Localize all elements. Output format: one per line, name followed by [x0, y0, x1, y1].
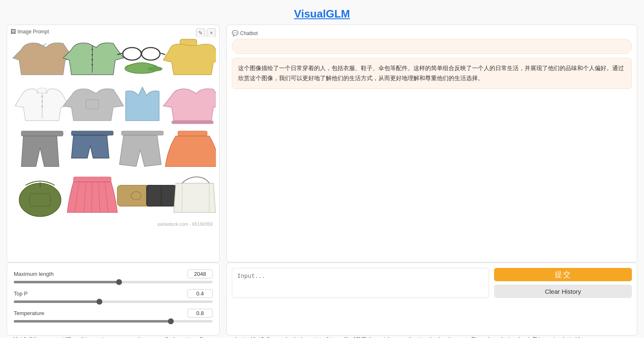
right-panel: 💬 Chatbot 这个图像描绘了一个日常穿着的人，包括衣服、鞋子、伞包等配件。…: [226, 25, 637, 262]
svg-point-2: [91, 54, 93, 55]
svg-line-9: [160, 53, 165, 55]
svg-rect-21: [71, 131, 113, 135]
settings-content: Maximum length 2048 Top P 0.4: [7, 262, 220, 335]
chatbot-box: 💬 Chatbot 这个图像描绘了一个日常穿着的人，包括衣服、鞋子、伞包等配件。…: [226, 25, 637, 262]
svg-point-5: [123, 48, 141, 60]
svg-point-17: [41, 106, 43, 107]
chatbot-icon: 💬: [232, 30, 238, 36]
clear-history-button[interactable]: Clear History: [494, 285, 632, 298]
svg-rect-29: [74, 177, 111, 182]
chatbot-label: 💬 Chatbot: [232, 30, 632, 36]
temperature-group: Temperature 0.8: [14, 309, 213, 323]
submit-button[interactable]: 提交: [494, 268, 632, 281]
settings-panel: Maximum length 2048 Top P 0.4: [7, 262, 220, 335]
temperature-label: Temperature 0.8: [14, 309, 213, 318]
svg-point-26: [19, 183, 61, 217]
chat-input-section: 提交 Clear History: [226, 262, 637, 335]
max-length-fill: [14, 281, 119, 283]
svg-rect-14: [38, 88, 46, 93]
svg-point-6: [142, 48, 160, 60]
max-length-value: 2048: [188, 270, 213, 278]
top-p-track[interactable]: [14, 300, 213, 303]
svg-rect-19: [172, 121, 213, 124]
svg-point-11: [147, 66, 162, 71]
top-p-label: Top P 0.4: [14, 289, 213, 298]
chat-input[interactable]: [232, 268, 489, 298]
bottom-section: Maximum length 2048 Top P 0.4: [0, 262, 644, 338]
max-length-label: Maximum length 2048: [14, 270, 213, 278]
svg-point-3: [91, 59, 93, 61]
image-prompt-actions: ✎ ×: [196, 28, 216, 38]
image-area: pixtastock.com - 65190359: [10, 37, 216, 229]
top-p-value: 0.4: [188, 289, 213, 298]
temperature-thumb[interactable]: [168, 318, 174, 324]
max-length-group: Maximum length 2048: [14, 270, 213, 283]
max-length-track[interactable]: [14, 281, 213, 283]
svg-rect-25: [178, 131, 207, 136]
temperature-fill: [14, 320, 171, 323]
max-length-thumb[interactable]: [116, 279, 122, 285]
page-header: VisualGLM: [0, 0, 644, 25]
bottom-row: Maximum length 2048 Top P 0.4: [7, 262, 637, 335]
clothing-image: [10, 37, 216, 229]
hint-text: Hint 1: If the app report "Something wen…: [7, 335, 637, 338]
temperature-track[interactable]: [14, 320, 213, 323]
close-image-button[interactable]: ×: [207, 28, 216, 38]
svg-point-15: [41, 96, 43, 97]
top-p-thumb[interactable]: [96, 299, 102, 305]
close-icon: ×: [210, 30, 213, 36]
image-prompt-icon: 🖼: [10, 28, 16, 35]
edit-image-button[interactable]: ✎: [196, 28, 205, 38]
top-p-group: Top P 0.4: [14, 289, 213, 303]
svg-point-1: [91, 49, 93, 50]
bot-response: 这个图像描绘了一个日常穿着的人，包括衣服、鞋子、伞包等配件。这样的简单组合反映了…: [232, 58, 632, 89]
top-p-fill: [14, 300, 99, 303]
watermark: pixtastock.com - 65190359: [158, 222, 213, 227]
left-panel: 🖼 Image Prompt ✎ ×: [7, 25, 220, 262]
right-buttons: 提交 Clear History: [494, 268, 632, 298]
image-prompt-label: 🖼 Image Prompt: [10, 28, 216, 35]
chatbot-input-row: 提交 Clear History: [232, 268, 632, 298]
temperature-value: 0.8: [188, 309, 213, 318]
user-input-bubble: [232, 39, 632, 54]
svg-rect-23: [122, 131, 163, 135]
edit-icon: ✎: [198, 30, 203, 36]
app-title[interactable]: VisualGLM: [294, 8, 350, 20]
svg-point-4: [91, 64, 93, 66]
image-prompt-box: 🖼 Image Prompt ✎ ×: [7, 25, 220, 262]
svg-rect-20: [21, 131, 63, 136]
svg-point-16: [41, 101, 43, 102]
